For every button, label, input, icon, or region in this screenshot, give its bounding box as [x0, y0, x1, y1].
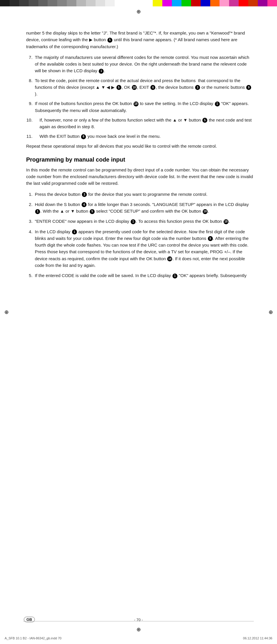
badge-18e: 18 [167, 256, 172, 261]
footer-file-right: 06.12.2012 11:44:36 [243, 636, 272, 640]
registration-mark-right: ⊕ [268, 309, 274, 315]
badge-5d: 5 [90, 209, 95, 214]
repeat-paragraph: Repeat these operational steps for all d… [26, 143, 254, 149]
footer-file-info: A_SFB 10.1 B2 - IAN-86342_gb.indd 70 06.… [0, 636, 277, 640]
badge-18a: 18 [132, 85, 137, 90]
list-item-7: The majority of manufacturers use severa… [34, 54, 254, 74]
page-content: number 5 the display skips to the letter… [0, 6, 277, 305]
badge-5: 5 [107, 38, 112, 43]
section-title: Programming by manual code input [26, 156, 254, 163]
footer-gb-badge: GB [24, 617, 35, 622]
main-list: The majority of manufacturers use severa… [26, 54, 254, 140]
registration-mark-top: ⊕ [136, 9, 141, 15]
badge-6a: 6 [150, 85, 155, 90]
badge-1b: 1 [215, 102, 220, 106]
registration-mark-left: ⊕ [3, 309, 9, 315]
section-list-item-4: In the LCD display 1 appears the present… [34, 228, 254, 269]
section-list: Press the device button 3 for the device… [26, 191, 254, 279]
intro-paragraph: number 5 the display skips to the letter… [26, 30, 254, 50]
badge-4a: 4 [82, 202, 87, 207]
list-item-11: With the EXIT button 6 you move back one… [34, 133, 254, 140]
badge-1c: 1 [35, 209, 40, 214]
list-item-9: If most of the buttons function press th… [34, 100, 254, 114]
badge-1f: 1 [172, 274, 177, 278]
badge-5b: 5 [116, 85, 121, 90]
badge-1a: 1 [99, 69, 104, 74]
badge-9b: 9 [208, 236, 213, 241]
badge-1d: 1 [131, 219, 136, 224]
badge-18d: 18 [224, 219, 229, 224]
badge-5c: 5 [202, 118, 207, 123]
section-list-item-1: Press the device button 3 for the device… [34, 191, 254, 198]
badge-18c: 18 [203, 209, 208, 214]
color-bar [0, 0, 277, 6]
badge-1e: 1 [72, 229, 77, 234]
badge-9a: 9 [246, 85, 251, 90]
section-intro: In this mode the remote control can be p… [26, 167, 254, 187]
footer-page-number: - 70 - [134, 618, 143, 622]
section-list-item-3: "ENTER CODE" now appears in the LCD disp… [34, 218, 254, 225]
section-list-item-2: Hold down the S button 4 for a little lo… [34, 201, 254, 215]
badge-18b: 18 [134, 102, 138, 106]
badge-3b: 3 [82, 192, 87, 197]
list-item-10: If, however, none or only a few of the b… [34, 117, 254, 130]
footer-file-left: A_SFB 10.1 B2 - IAN-86342_gb.indd 70 [5, 636, 62, 640]
badge-3a: 3 [195, 85, 200, 90]
badge-6b: 6 [81, 134, 86, 139]
list-item-8: To test the code, point the remote contr… [34, 77, 254, 97]
section-list-item-5: If the entered CODE is valid the code wi… [34, 272, 254, 279]
registration-mark-bottom: ⊕ [136, 627, 141, 632]
